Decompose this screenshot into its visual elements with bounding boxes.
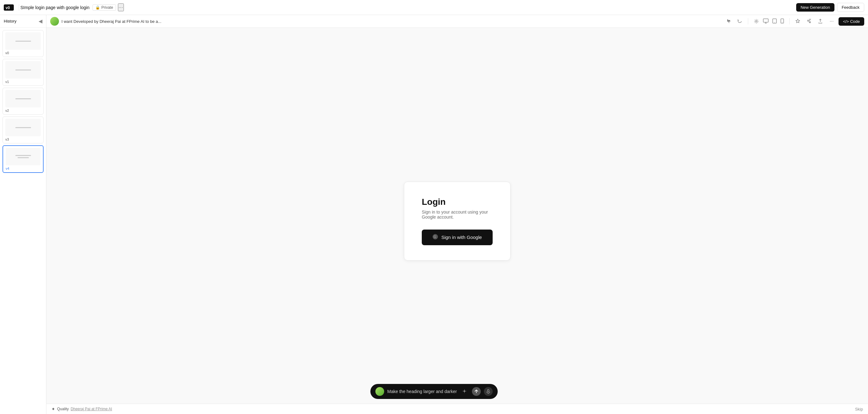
toolbar-sep-2 <box>789 18 789 25</box>
version-label-v4: v4 <box>6 167 40 170</box>
lock-icon: 🔒 <box>95 5 100 10</box>
thumb-line <box>16 127 31 128</box>
version-thumb-v0 <box>5 32 41 50</box>
sign-in-with-google-button[interactable]: G Sign in with Google <box>422 230 493 245</box>
toolbar-icons <box>725 17 744 26</box>
feedback-button[interactable]: Feedback <box>837 3 864 12</box>
version-label-v3: v3 <box>5 137 41 141</box>
avatar <box>50 17 59 26</box>
login-card: Login Sign in to your account using your… <box>404 182 510 261</box>
quality-icon: ✦ <box>52 407 55 412</box>
input-bar: Make the heading larger and darker <box>370 384 498 399</box>
thumb-lines <box>16 98 31 99</box>
version-item-v3[interactable]: v3 <box>2 116 43 143</box>
version-thumb-v2 <box>5 90 41 107</box>
login-subtitle: Sign in to your account using your Googl… <box>422 209 493 219</box>
canvas: Login Sign in to your account using your… <box>46 28 868 414</box>
upload-button[interactable] <box>816 17 825 26</box>
thumb-lines <box>16 127 31 128</box>
more-options-button[interactable]: ··· <box>827 17 836 26</box>
prompt-text: I want Developed by Dheeraj Pai at FPrim… <box>61 19 722 24</box>
version-item-v2[interactable]: v2 <box>2 88 43 115</box>
input-bar-wrapper: Make the heading larger and darker <box>370 384 498 399</box>
thumb-line <box>16 41 31 42</box>
more-icon: ··· <box>830 19 834 24</box>
input-avatar <box>375 387 384 396</box>
google-icon: G <box>432 234 438 241</box>
code-label: Code <box>850 19 860 24</box>
sparkle-icon-button[interactable] <box>460 387 469 396</box>
canvas-toolbar: I want Developed by Dheeraj Pai at FPrim… <box>46 15 868 28</box>
sidebar-collapse-button[interactable]: ◀ <box>38 18 42 24</box>
share-button[interactable] <box>805 17 813 26</box>
version-label-v0: v0 <box>5 51 41 55</box>
svg-text:v0: v0 <box>6 6 10 10</box>
version-label-v2: v2 <box>5 109 41 112</box>
thumb-line <box>18 157 29 158</box>
svg-point-5 <box>774 22 775 23</box>
refresh-button[interactable] <box>735 17 744 26</box>
main-layout: History ◀ v0 v1 <box>0 0 868 414</box>
submit-button[interactable] <box>472 387 481 396</box>
page-title: SImple login page with google login <box>20 5 89 10</box>
thumb-line <box>16 70 31 70</box>
tablet-view-button[interactable] <box>771 17 778 26</box>
dislike-button[interactable] <box>725 17 734 26</box>
thumb-lines <box>16 41 31 42</box>
sign-in-label: Sign in with Google <box>441 235 482 240</box>
sidebar: History ◀ v0 v1 <box>0 15 46 414</box>
new-generation-button[interactable]: New Generation <box>796 3 834 11</box>
svg-rect-10 <box>487 389 489 392</box>
version-item-v4[interactable]: v4 <box>2 145 43 173</box>
version-thumb-v1 <box>5 61 41 79</box>
thumb-line <box>16 155 31 156</box>
bottom-bar: ✦ Quality Dheeraj Pai at FPrime AI Skip <box>46 404 868 414</box>
visibility-badge[interactable]: 🔒 Private <box>93 4 116 11</box>
settings-icon-button[interactable] <box>752 17 761 26</box>
thumb-line <box>16 98 31 99</box>
mic-button[interactable] <box>484 387 493 396</box>
quality-badge: ✦ Quality Dheeraj Pai at FPrime AI <box>52 407 112 412</box>
nav-more-button[interactable]: ··· <box>118 3 124 11</box>
skip-button[interactable]: Skip <box>855 407 863 412</box>
desktop-view-button[interactable] <box>762 17 770 26</box>
login-title: Login <box>422 197 445 207</box>
sidebar-header: History ◀ <box>0 15 46 28</box>
version-label-v1: v1 <box>5 80 41 83</box>
sidebar-title: History <box>4 19 16 24</box>
view-buttons <box>752 17 785 26</box>
version-thumb-v4 <box>6 148 40 165</box>
logo: v0 <box>4 4 14 11</box>
input-text: Make the heading larger and darker <box>387 389 457 394</box>
version-item-v0[interactable]: v0 <box>2 30 43 57</box>
star-button[interactable] <box>794 17 802 26</box>
visibility-label: Private <box>101 5 113 10</box>
mobile-view-button[interactable] <box>779 17 785 26</box>
nav-separator <box>19 4 19 11</box>
svg-rect-3 <box>763 19 768 22</box>
svg-point-2 <box>756 21 757 22</box>
thumb-lines <box>16 155 31 158</box>
version-item-v1[interactable]: v1 <box>2 59 43 86</box>
top-nav: v0 SImple login page with google login 🔒… <box>0 0 868 15</box>
code-icon: </> <box>843 19 849 24</box>
version-thumb-v3 <box>5 119 41 136</box>
quality-label: Quality <box>57 407 69 411</box>
svg-point-7 <box>782 22 782 23</box>
svg-text:G: G <box>434 235 436 239</box>
code-button[interactable]: </> Code <box>839 17 864 26</box>
thumb-lines <box>16 70 31 70</box>
quality-link[interactable]: Dheeraj Pai at FPrime AI <box>70 407 112 411</box>
version-list: v0 v1 v2 <box>0 28 46 175</box>
canvas-wrapper: I want Developed by Dheeraj Pai at FPrim… <box>46 15 868 414</box>
